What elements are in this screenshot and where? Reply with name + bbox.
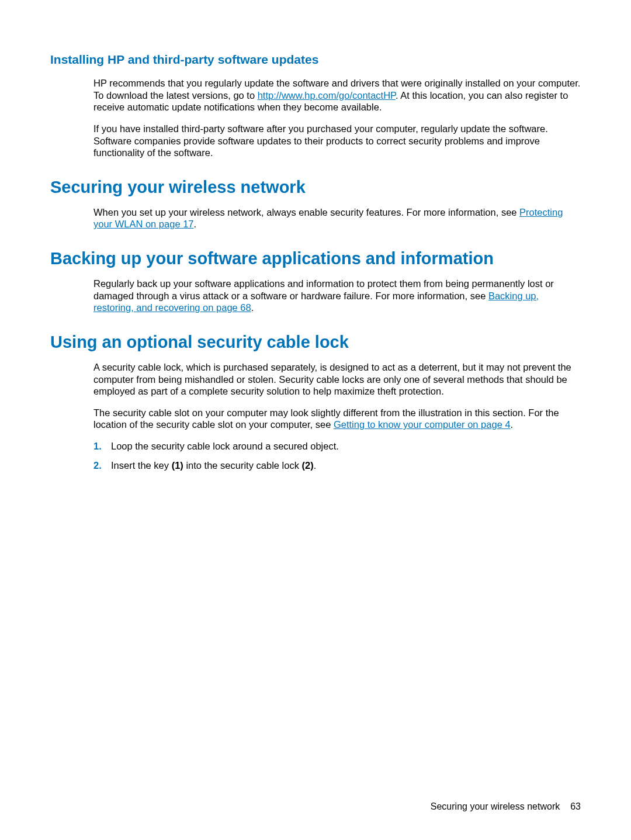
heading-backing-up: Backing up your software applications an… bbox=[50, 249, 581, 268]
paragraph: If you have installed third-party softwa… bbox=[93, 123, 581, 159]
text: . bbox=[511, 419, 514, 430]
page-number: 63 bbox=[570, 801, 581, 811]
text: . bbox=[194, 219, 197, 229]
list-item: Insert the key (1) into the security cab… bbox=[93, 459, 581, 472]
link-contact-hp[interactable]: http://www.hp.com/go/contactHP bbox=[258, 90, 396, 101]
paragraph: HP recommends that you regularly update … bbox=[93, 77, 581, 113]
steps-list: Loop the security cable lock around a se… bbox=[93, 440, 581, 471]
text: . bbox=[314, 460, 317, 471]
text-bold: (2) bbox=[302, 460, 314, 471]
paragraph: The security cable slot on your computer… bbox=[93, 407, 581, 431]
heading-cable-lock: Using an optional security cable lock bbox=[50, 333, 581, 352]
list-item: Loop the security cable lock around a se… bbox=[93, 440, 581, 452]
paragraph: A security cable lock, which is purchase… bbox=[93, 361, 581, 397]
page-content: Installing HP and third-party software u… bbox=[50, 53, 581, 471]
text: When you set up your wireless network, a… bbox=[93, 207, 519, 217]
heading-installing-updates: Installing HP and third-party software u… bbox=[50, 53, 581, 67]
text: . bbox=[251, 302, 254, 313]
paragraph: When you set up your wireless network, a… bbox=[93, 206, 581, 230]
text: into the security cable lock bbox=[183, 460, 302, 471]
text: Regularly back up your software applicat… bbox=[93, 278, 554, 301]
page-footer: Securing your wireless network63 bbox=[431, 801, 581, 812]
link-getting-to-know[interactable]: Getting to know your computer on page 4 bbox=[334, 419, 511, 430]
text-bold: (1) bbox=[172, 460, 183, 471]
heading-securing-wireless: Securing your wireless network bbox=[50, 178, 581, 197]
text: Insert the key bbox=[111, 460, 172, 471]
footer-section-title: Securing your wireless network bbox=[431, 801, 560, 811]
paragraph: Regularly back up your software applicat… bbox=[93, 278, 581, 314]
